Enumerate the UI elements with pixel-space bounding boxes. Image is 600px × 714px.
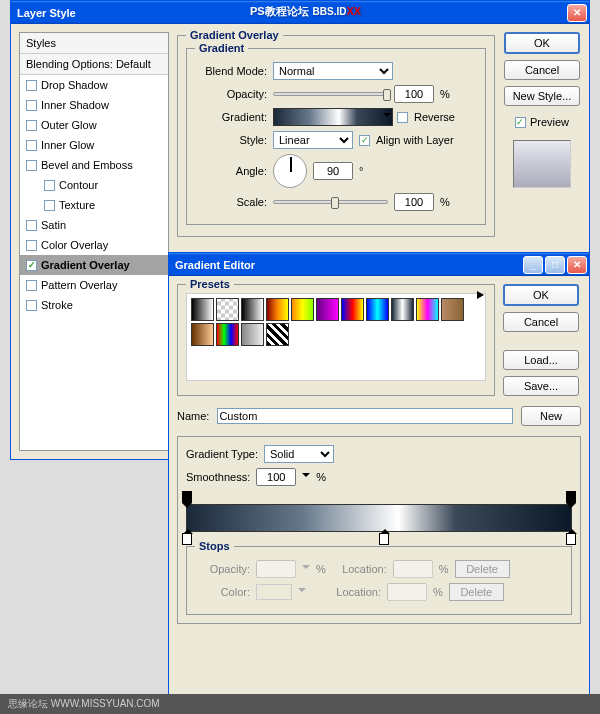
angle-label: Angle: (195, 165, 267, 177)
preset-grid (186, 293, 486, 381)
style-item[interactable]: Texture (20, 195, 168, 215)
name-input[interactable] (217, 408, 513, 424)
gtype-select[interactable]: Solid (264, 445, 334, 463)
scale-input[interactable] (394, 193, 434, 211)
presets-menu-icon[interactable] (477, 291, 484, 299)
name-label: Name: (177, 410, 209, 422)
ok-button[interactable]: OK (503, 284, 579, 306)
preset-swatch[interactable] (416, 298, 439, 321)
color-stop[interactable] (379, 533, 389, 545)
close-icon[interactable]: ✕ (567, 4, 587, 22)
stop-color-swatch (256, 584, 292, 600)
preset-swatch[interactable] (341, 298, 364, 321)
footer-text: 思缘论坛 WWW.MISSYUAN.COM (0, 694, 600, 714)
minimize-icon[interactable]: _ (523, 256, 543, 274)
preset-swatch[interactable] (216, 323, 239, 346)
preset-swatch[interactable] (241, 298, 264, 321)
maximize-icon[interactable]: □ (545, 256, 565, 274)
stop-color-label: Color: (195, 586, 250, 598)
opacity-input[interactable] (394, 85, 434, 103)
delete-button: Delete (449, 583, 504, 601)
save-button[interactable]: Save... (503, 376, 579, 396)
smooth-input[interactable] (256, 468, 296, 486)
style-item[interactable]: Inner Shadow (20, 95, 168, 115)
cancel-button[interactable]: Cancel (504, 60, 580, 80)
style-checkbox[interactable] (44, 200, 55, 211)
style-item[interactable]: Gradient Overlay (20, 255, 168, 275)
ok-button[interactable]: OK (504, 32, 580, 54)
style-checkbox[interactable] (44, 180, 55, 191)
smooth-unit: % (316, 471, 326, 483)
gradient-label: Gradient: (195, 111, 267, 123)
align-checkbox[interactable] (359, 135, 370, 146)
opacity-stop[interactable] (566, 491, 576, 503)
preset-swatch[interactable] (391, 298, 414, 321)
style-checkbox[interactable] (26, 260, 37, 271)
style-label: Pattern Overlay (41, 279, 117, 291)
angle-input[interactable] (313, 162, 353, 180)
titlebar[interactable]: Gradient Editor _ □ ✕ (169, 253, 589, 276)
blending-options[interactable]: Blending Options: Default (20, 54, 168, 75)
preset-swatch[interactable] (266, 323, 289, 346)
angle-dial[interactable] (273, 154, 307, 188)
style-checkbox[interactable] (26, 100, 37, 111)
styles-header[interactable]: Styles (20, 33, 168, 54)
preset-swatch[interactable] (216, 298, 239, 321)
preset-swatch[interactable] (366, 298, 389, 321)
color-stop[interactable] (182, 533, 192, 545)
preview-checkbox[interactable] (515, 117, 526, 128)
style-checkbox[interactable] (26, 160, 37, 171)
style-label: Gradient Overlay (41, 259, 130, 271)
style-item[interactable]: Pattern Overlay (20, 275, 168, 295)
style-label: Texture (59, 199, 95, 211)
style-checkbox[interactable] (26, 300, 37, 311)
preset-swatch[interactable] (191, 298, 214, 321)
new-button[interactable]: New (521, 406, 581, 426)
style-checkbox[interactable] (26, 80, 37, 91)
gradient-settings: Gradient Type: Solid Smoothness: % Stops… (177, 436, 581, 624)
load-button[interactable]: Load... (503, 350, 579, 370)
styles-panel: Styles Blending Options: Default Drop Sh… (19, 32, 169, 451)
style-checkbox[interactable] (26, 280, 37, 291)
reverse-checkbox[interactable] (397, 112, 408, 123)
preset-swatch[interactable] (441, 298, 464, 321)
style-checkbox[interactable] (26, 120, 37, 131)
opacity-unit: % (440, 88, 450, 100)
style-item[interactable]: Color Overlay (20, 235, 168, 255)
opacity-slider[interactable] (273, 92, 388, 96)
preset-swatch[interactable] (191, 323, 214, 346)
reverse-label: Reverse (414, 111, 455, 123)
gradient-preview[interactable] (273, 108, 393, 126)
preset-swatch[interactable] (316, 298, 339, 321)
close-icon[interactable]: ✕ (567, 256, 587, 274)
style-item[interactable]: Bevel and Emboss (20, 155, 168, 175)
style-item[interactable]: Inner Glow (20, 135, 168, 155)
scale-slider[interactable] (273, 200, 388, 204)
new-style-button[interactable]: New Style... (504, 86, 580, 106)
style-label: Drop Shadow (41, 79, 108, 91)
style-checkbox[interactable] (26, 140, 37, 151)
stop-location-input (387, 583, 427, 601)
style-label: Stroke (41, 299, 73, 311)
cancel-button[interactable]: Cancel (503, 312, 579, 332)
stops-title: Stops (195, 540, 234, 552)
style-checkbox[interactable] (26, 240, 37, 251)
stop-location-label: Location: (326, 586, 381, 598)
style-item[interactable]: Stroke (20, 295, 168, 315)
style-item[interactable]: Contour (20, 175, 168, 195)
preset-swatch[interactable] (291, 298, 314, 321)
style-item[interactable]: Satin (20, 215, 168, 235)
blend-mode-select[interactable]: Normal (273, 62, 393, 80)
style-item[interactable]: Outer Glow (20, 115, 168, 135)
color-stop[interactable] (566, 533, 576, 545)
preset-swatch[interactable] (241, 323, 264, 346)
preset-swatch[interactable] (266, 298, 289, 321)
style-select[interactable]: Linear (273, 131, 353, 149)
align-label: Align with Layer (376, 134, 454, 146)
preview-swatch (513, 140, 571, 188)
style-item[interactable]: Drop Shadow (20, 75, 168, 95)
gradient-bar[interactable] (186, 504, 572, 532)
stop-opacity-label: Opacity: (195, 563, 250, 575)
opacity-stop[interactable] (182, 491, 192, 503)
style-checkbox[interactable] (26, 220, 37, 231)
